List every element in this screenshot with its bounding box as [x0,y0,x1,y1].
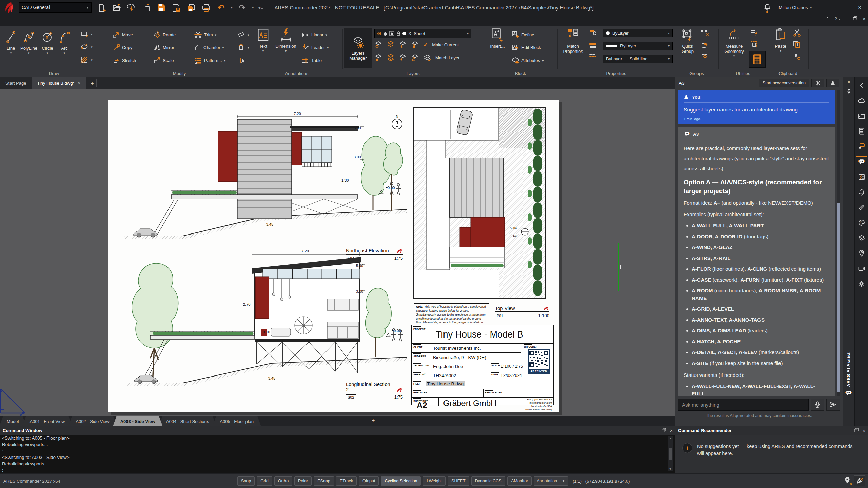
rotate-tool[interactable]: Rotate [153,30,189,39]
doc-close-button[interactable]: × [863,16,865,21]
sheet-tab[interactable]: A002 - Side View [68,416,117,426]
status-toggle[interactable]: ESnap [314,476,334,486]
ellipse-tool[interactable]: ▾ [81,42,93,51]
dimension-tool[interactable]: Dimension▾ [274,28,298,68]
selection-preview-tool[interactable] [750,40,759,48]
status-toggle[interactable]: Polar [294,476,312,486]
undo-dropdown[interactable]: ▾ [231,6,233,9]
ai-settings-button[interactable] [811,79,824,87]
customize-toolbar-button[interactable]: ▾≡ [258,5,263,11]
ai-prompt-input[interactable] [678,399,809,411]
circle-tool[interactable]: Circle▾ [39,28,56,68]
layers-icon[interactable] [856,232,867,243]
cloud-download-button[interactable] [126,3,137,13]
sheet-tab[interactable]: A001 - Front View [22,416,72,426]
status-toggle[interactable]: ETrack [336,476,357,486]
define-block-button[interactable]: Define... [511,30,555,39]
edit-annotation-tool[interactable] [237,56,245,65]
status-toggle[interactable]: Ortho [274,476,292,486]
current-layer-select[interactable]: X_Sheet ▾ [374,29,471,38]
ares-ai-assist-tab[interactable]: ARES AI Assist [843,352,854,426]
close-button[interactable]: × [854,5,865,11]
copy-to-clipboard-tool[interactable] [793,40,802,48]
stretch-tool[interactable]: Stretch [113,56,150,65]
start-new-conversation-button[interactable]: Start new conversation [759,79,809,87]
workspace-select[interactable]: CAD General ▾ [19,2,92,13]
camera-icon[interactable] [856,263,867,274]
table-tool[interactable]: Table [301,56,339,65]
pattern-tool[interactable]: Pattern...▾ [194,56,238,65]
status-toggle[interactable]: AMonitor [507,476,532,486]
open-folder-icon[interactable] [856,110,867,121]
explode-tool[interactable]: ▾ [237,43,249,52]
sheet-tab[interactable]: Model [0,416,26,426]
geolocation-icon[interactable]: × [844,476,850,485]
trim-tool[interactable]: Trim▾ [194,30,231,39]
chamfer-tool[interactable]: Chamfer▾ [194,43,235,52]
add-sheet-button[interactable]: + [372,418,375,424]
command-log[interactable]: <Switching to: A005 - Floor plan>Rebuild… [2,435,666,467]
color-select[interactable]: ByLayer▾ [603,29,673,37]
send-button[interactable] [826,399,840,411]
status-toggle[interactable]: Grid [257,476,272,486]
edit-group-tool[interactable] [701,41,709,49]
scale-tool[interactable]: Scale [153,56,189,65]
close-command-window-button[interactable]: × [670,428,673,433]
sheet-tab[interactable]: A004 - Short Sections [159,416,216,426]
polyline-tool[interactable]: PolyLine▾ [20,28,38,68]
block-attributes-button[interactable]: Attributes▾ [511,56,555,65]
open-file-button[interactable] [112,3,122,13]
linestyle-select[interactable]: ByLayerSolid line▾ [603,55,673,63]
redo-button[interactable]: ↷ [237,3,248,13]
cloud-icon[interactable] [856,95,867,106]
microphone-button[interactable] [811,399,824,411]
sheet-tab[interactable]: A005 - Floor plan [212,416,261,426]
status-toggle[interactable]: QInput [359,476,379,486]
leader-tool[interactable]: Leader▾ [301,43,339,52]
undo-button[interactable]: ↶ [216,3,226,13]
redo-dropdown[interactable]: ▾ [252,6,254,9]
hide-layer-tool[interactable] [374,41,382,49]
edit-block-button[interactable]: Edit Block [511,43,555,52]
ungroup-tool[interactable] [701,29,709,37]
doc-minimize-button[interactable]: – [845,16,848,21]
hatch-tool[interactable]: ▾ [81,55,93,64]
pin-panel-button[interactable] [843,87,855,96]
freeze-layer-tool[interactable] [399,41,407,49]
isolate-layer-tool[interactable] [387,41,395,49]
measure-geometry-button[interactable]: Measure Geometry▾ [721,28,747,68]
status-toggle[interactable]: SHEET [448,476,469,486]
drawing-canvas[interactable]: N 7.20 5.90 3.00 1.30 ±0.00 -3.45 Northe… [0,89,675,416]
insert-block-button[interactable]: Insert... [487,28,508,68]
save-to-cloud-button[interactable] [171,3,181,13]
command-prompt[interactable]: : [2,468,3,473]
sheet-tab[interactable]: A003 - Side View [113,416,163,426]
ares-ai-assist-icon[interactable] [856,156,867,167]
line-tool[interactable]: Line▾ [3,28,19,68]
match-properties-button[interactable]: Match Properties [560,28,586,68]
arc-tool[interactable]: Arc▾ [57,28,72,68]
new-file-button[interactable] [97,3,107,13]
close-tab-icon[interactable]: × [78,81,81,86]
collapse-ribbon-button[interactable]: ⌃ [826,16,829,21]
paste-button[interactable]: Paste▾ [771,28,790,68]
thaw-layer-tool[interactable] [399,54,407,62]
status-toggle[interactable]: LWeight [423,476,446,486]
ai-profile-button[interactable] [826,79,839,87]
pick-group-tool[interactable] [701,53,709,61]
notifications-bell-icon[interactable] [764,3,771,12]
move-tool[interactable]: Move [113,30,146,39]
help-button[interactable]: ? ▾ [835,16,840,21]
user-account-menu[interactable]: Milton Chanes ▾ [778,5,812,10]
unlock-layer-tool[interactable] [411,54,419,62]
active-document-tab[interactable]: Tiny House B.dwg*× [32,77,86,89]
palette-icon[interactable] [856,217,867,228]
bell-icon[interactable] [856,187,867,198]
annotation-scale-select[interactable]: Annotation▼ [534,476,568,486]
minimize-button[interactable]: – [819,5,829,11]
text-tool[interactable]: Text▾ [254,28,273,68]
command-scrollbar[interactable]: ▲▼ [668,436,673,471]
start-page-tab[interactable]: Start Page [0,77,32,89]
doc-restore-button[interactable] [853,16,857,21]
calculator-icon[interactable] [856,126,867,137]
